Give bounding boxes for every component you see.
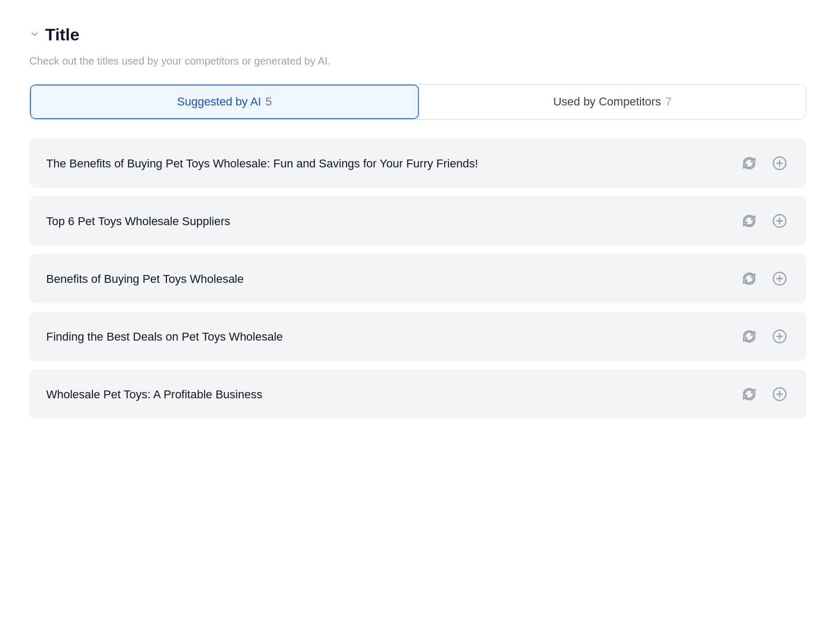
- title-card-4: Finding the Best Deals on Pet Toys Whole…: [29, 312, 806, 361]
- title-text-2: Top 6 Pet Toys Wholesale Suppliers: [46, 213, 727, 230]
- title-section: Title Check out the titles used by your …: [29, 25, 811, 419]
- chevron-down-icon[interactable]: [29, 29, 40, 41]
- refresh-icon-5[interactable]: [739, 384, 759, 404]
- add-icon-1[interactable]: [770, 153, 790, 173]
- tab-ai-label: Suggested by AI: [177, 95, 261, 109]
- add-icon-2[interactable]: [770, 211, 790, 231]
- title-text-5: Wholesale Pet Toys: A Profitable Busines…: [46, 386, 727, 403]
- tabs-container: Suggested by AI 5 Used by Competitors 7: [29, 84, 806, 120]
- title-actions-3: [739, 269, 790, 289]
- title-actions-2: [739, 211, 790, 231]
- tab-competitors-count: 7: [665, 95, 671, 109]
- titles-list: The Benefits of Buying Pet Toys Wholesal…: [29, 139, 806, 419]
- title-card-5: Wholesale Pet Toys: A Profitable Busines…: [29, 369, 806, 419]
- title-card-2: Top 6 Pet Toys Wholesale Suppliers: [29, 196, 806, 246]
- section-description: Check out the titles used by your compet…: [29, 55, 811, 67]
- section-header: Title: [29, 25, 811, 45]
- refresh-icon-2[interactable]: [739, 211, 759, 231]
- title-actions-4: [739, 326, 790, 346]
- title-actions-5: [739, 384, 790, 404]
- tab-ai-count: 5: [265, 95, 271, 109]
- title-card-1: The Benefits of Buying Pet Toys Wholesal…: [29, 139, 806, 188]
- title-text-1: The Benefits of Buying Pet Toys Wholesal…: [46, 155, 727, 172]
- section-title: Title: [45, 25, 79, 45]
- title-text-4: Finding the Best Deals on Pet Toys Whole…: [46, 328, 727, 345]
- tab-competitors-label: Used by Competitors: [553, 95, 661, 109]
- tab-suggested-by-ai[interactable]: Suggested by AI 5: [30, 84, 419, 119]
- tab-used-by-competitors[interactable]: Used by Competitors 7: [419, 84, 806, 119]
- add-icon-5[interactable]: [770, 384, 790, 404]
- refresh-icon-3[interactable]: [739, 269, 759, 289]
- refresh-icon-1[interactable]: [739, 153, 759, 173]
- title-text-3: Benefits of Buying Pet Toys Wholesale: [46, 270, 727, 288]
- title-card-3: Benefits of Buying Pet Toys Wholesale: [29, 254, 806, 303]
- title-actions-1: [739, 153, 790, 173]
- add-icon-3[interactable]: [770, 269, 790, 289]
- add-icon-4[interactable]: [770, 326, 790, 346]
- refresh-icon-4[interactable]: [739, 326, 759, 346]
